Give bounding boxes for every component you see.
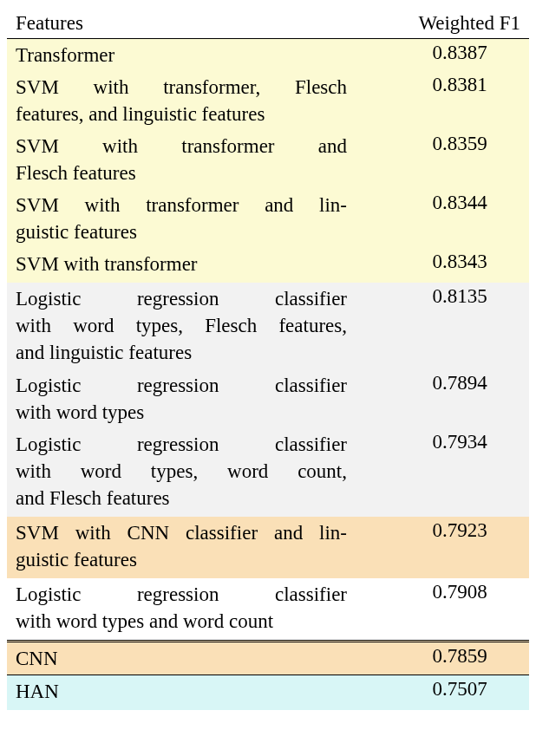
f1-value: 0.7507 bbox=[356, 675, 529, 710]
table-row: Logistic regression classifier with word… bbox=[7, 578, 529, 642]
f1-value: 0.7923 bbox=[356, 517, 529, 578]
table-row: Transformer 0.8387 bbox=[7, 39, 529, 72]
feature-label: Logistic regression classifier with word… bbox=[7, 283, 356, 368]
table-row: HAN 0.7507 bbox=[7, 675, 529, 710]
feature-label: HAN bbox=[7, 675, 356, 710]
feature-label: Logistic regression classifier with word… bbox=[7, 369, 356, 428]
table-row: Logistic regression classifier with word… bbox=[7, 369, 529, 428]
f1-value: 0.8381 bbox=[356, 71, 529, 130]
f1-value: 0.8343 bbox=[356, 248, 529, 283]
f1-value: 0.7894 bbox=[356, 369, 529, 428]
f1-value: 0.8344 bbox=[356, 189, 529, 248]
f1-value: 0.7934 bbox=[356, 428, 529, 517]
header-weighted-f1: Weighted F1 bbox=[356, 7, 529, 39]
table-row: SVM with transformer and Flesch features… bbox=[7, 130, 529, 189]
table-row: Logistic regression classifier with word… bbox=[7, 428, 529, 517]
f1-value: 0.7908 bbox=[356, 578, 529, 642]
f1-value: 0.8135 bbox=[356, 283, 529, 368]
table-row: SVM with CNN classifier and lin- guistic… bbox=[7, 517, 529, 578]
table-row: SVM with transformer 0.8343 bbox=[7, 248, 529, 283]
table-header-row: Features Weighted F1 bbox=[7, 7, 529, 39]
header-features: Features bbox=[7, 7, 356, 39]
f1-value: 0.7859 bbox=[356, 641, 529, 675]
f1-value: 0.8387 bbox=[356, 39, 529, 72]
feature-label: SVM with transformer and lin- guistic fe… bbox=[7, 189, 356, 248]
table-row: SVM with transformer and lin- guistic fe… bbox=[7, 189, 529, 248]
feature-label: Logistic regression classifier with word… bbox=[7, 578, 356, 642]
results-table: Features Weighted F1 Transformer 0.8387 … bbox=[7, 7, 529, 710]
feature-label: SVM with transformer bbox=[7, 248, 356, 283]
table-row: SVM with transformer, Flesch features, a… bbox=[7, 71, 529, 130]
f1-value: 0.8359 bbox=[356, 130, 529, 189]
feature-label: Logistic regression classifier with word… bbox=[7, 428, 356, 517]
table-row: CNN 0.7859 bbox=[7, 641, 529, 675]
table-row: Logistic regression classifier with word… bbox=[7, 283, 529, 368]
feature-label: SVM with transformer, Flesch features, a… bbox=[7, 71, 356, 130]
feature-label: CNN bbox=[7, 641, 356, 675]
feature-label: SVM with transformer and Flesch features bbox=[7, 130, 356, 189]
feature-label: Transformer bbox=[7, 39, 356, 72]
feature-label: SVM with CNN classifier and lin- guistic… bbox=[7, 517, 356, 578]
